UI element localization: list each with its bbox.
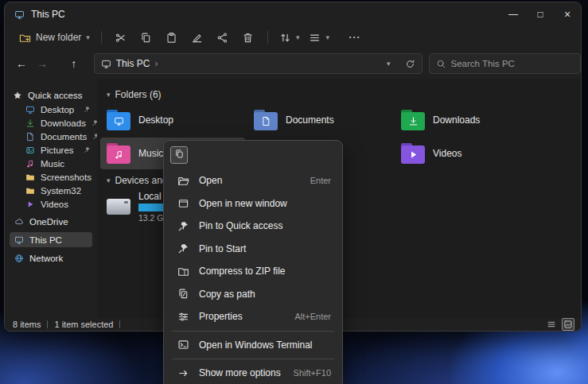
sort-icon xyxy=(279,32,291,44)
share-icon xyxy=(216,32,228,44)
sidebar-item-videos[interactable]: Videos xyxy=(5,197,97,211)
sidebar-item-music[interactable]: Music xyxy=(5,157,97,170)
folders-section-header[interactable]: ▾ Folders (6) xyxy=(100,88,581,101)
minimize-button[interactable]: — xyxy=(500,2,527,26)
rename-button[interactable] xyxy=(185,28,210,47)
chevron-down-icon: ▾ xyxy=(86,34,90,41)
context-menu-item-open[interactable]: OpenEnter xyxy=(167,169,339,192)
new-window-icon xyxy=(177,197,189,209)
folder-name: Documents xyxy=(286,114,334,126)
terminal-icon xyxy=(177,339,189,351)
up-button[interactable]: ↑ xyxy=(64,53,84,74)
context-menu-item-pin-to-quick-access[interactable]: Pin to Quick access xyxy=(167,215,339,238)
chevron-down-icon: ▾ xyxy=(325,34,329,41)
collapse-chevron-icon: ▾ xyxy=(107,91,111,99)
sidebar-quick-access[interactable]: Quick access xyxy=(5,88,97,103)
navigation-pane: Quick accessDesktopDownloadsDocumentsPic… xyxy=(5,79,97,318)
thumbnails-view-button[interactable] xyxy=(562,318,574,331)
context-menu-icon-row xyxy=(164,141,342,169)
statusbar-divider xyxy=(119,320,120,328)
cut-button[interactable] xyxy=(108,28,134,47)
sidebar-item-label: Desktop xyxy=(41,105,74,114)
sidebar-item-onedrive[interactable]: OneDrive xyxy=(10,214,92,229)
new-folder-button[interactable]: New folder ▾ xyxy=(14,29,95,47)
new-folder-icon xyxy=(19,32,31,44)
sidebar-item-label: OneDrive xyxy=(29,217,68,227)
quick-access-star-icon xyxy=(13,91,22,100)
navigation-bar: ← → ↑ This PC › ▾ xyxy=(5,48,581,79)
sidebar-item-label: Pictures xyxy=(41,145,74,155)
context-menu-item-open-in-windows-terminal[interactable]: Open in Windows Terminal xyxy=(167,334,339,357)
back-button[interactable]: ← xyxy=(11,53,32,74)
address-bar[interactable]: This PC › ▾ xyxy=(94,53,423,74)
window-title: This PC xyxy=(31,9,65,20)
videos-folder-icon xyxy=(401,143,425,164)
copy-button[interactable] xyxy=(170,146,188,164)
sidebar-item-downloads[interactable]: Downloads xyxy=(5,116,97,130)
sidebar-item-network[interactable]: Network xyxy=(10,250,92,266)
downloads-folder-icon xyxy=(401,110,425,130)
refresh-icon[interactable] xyxy=(405,59,415,69)
sidebar-item-label: Downloads xyxy=(41,118,86,128)
pin-icon xyxy=(84,146,91,153)
play-icon xyxy=(25,200,35,209)
copy-path-icon xyxy=(177,288,189,300)
share-button[interactable] xyxy=(210,28,236,47)
sidebar-item-label: Music xyxy=(41,159,64,169)
folder-tile-videos[interactable]: Videos xyxy=(395,138,539,169)
statusbar-divider xyxy=(47,320,48,328)
sidebar-item-documents[interactable]: Documents xyxy=(5,130,97,143)
search-box[interactable] xyxy=(429,53,581,74)
sidebar-item-this-pc[interactable]: This PC xyxy=(10,232,92,247)
details-view-button[interactable] xyxy=(546,319,557,330)
close-button[interactable]: × xyxy=(554,2,581,26)
view-button[interactable]: ▾ xyxy=(304,29,334,47)
sort-button[interactable]: ▾ xyxy=(275,29,305,47)
collapse-chevron-icon: ▾ xyxy=(107,177,111,184)
folder-name: Videos xyxy=(433,148,461,159)
folder-tile-downloads[interactable]: Downloads xyxy=(395,104,539,136)
sidebar-item-pictures[interactable]: Pictures xyxy=(5,143,97,157)
picture-icon xyxy=(25,145,35,155)
see-more-button[interactable]: ··· xyxy=(342,28,368,47)
hard-drive-icon xyxy=(107,199,130,215)
sidebar-item-system32[interactable]: System32 xyxy=(5,184,97,197)
maximize-button[interactable]: □ xyxy=(527,2,554,26)
menu-item-label: Copy as path xyxy=(199,289,255,300)
more-icon: ··· xyxy=(349,32,360,43)
address-dropdown-icon[interactable]: ▾ xyxy=(387,60,391,68)
sidebar-item-desktop[interactable]: Desktop xyxy=(5,103,97,116)
selection-count: 1 item selected xyxy=(54,320,113,329)
cloud-icon xyxy=(14,217,24,227)
context-menu-item-open-in-new-window[interactable]: Open in new window xyxy=(167,192,339,215)
sidebar-item-screenshots[interactable]: Screenshots xyxy=(5,170,97,184)
view-toggles xyxy=(546,318,574,331)
menu-divider xyxy=(172,359,334,359)
copy-icon xyxy=(140,32,152,44)
menu-item-label: Open in Windows Terminal xyxy=(199,339,313,351)
context-menu-item-pin-to-start[interactable]: Pin to Start xyxy=(167,238,339,261)
context-menu-item-copy-as-path[interactable]: Copy as path xyxy=(167,283,339,306)
context-menu-item-compress-to-zip-file[interactable]: Compress to ZIP file xyxy=(167,260,339,283)
context-menu-item-properties[interactable]: PropertiesAlt+Enter xyxy=(167,305,339,328)
breadcrumb[interactable]: This PC xyxy=(116,58,150,69)
folder-tile-desktop[interactable]: Desktop xyxy=(100,104,245,136)
context-menu-item-show-more-options[interactable]: Show more optionsShift+F10 xyxy=(167,362,339,384)
folder-tile-documents[interactable]: Documents xyxy=(247,104,392,136)
sidebar-item-label: System32 xyxy=(41,186,81,196)
quick-access-label: Quick access xyxy=(28,91,82,100)
menu-item-label: Open in new window xyxy=(199,198,287,209)
pin-icon xyxy=(177,220,189,232)
forward-button[interactable]: → xyxy=(32,53,53,74)
paste-button[interactable] xyxy=(159,28,185,47)
pin-icon xyxy=(177,242,189,254)
search-input[interactable] xyxy=(451,59,574,68)
menu-item-label: Open xyxy=(199,175,222,186)
toolbar-divider xyxy=(267,31,268,44)
item-count: 8 items xyxy=(13,320,41,329)
folder-name: Desktop xyxy=(138,114,173,126)
title-bar[interactable]: This PC — □ × xyxy=(5,2,581,26)
copy-button[interactable] xyxy=(134,28,159,47)
sidebar-item-label: Videos xyxy=(41,200,68,209)
delete-button[interactable] xyxy=(236,28,261,47)
